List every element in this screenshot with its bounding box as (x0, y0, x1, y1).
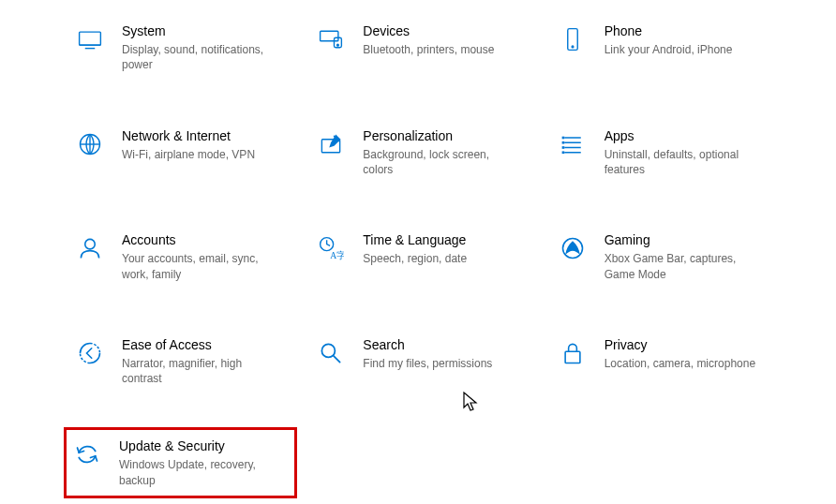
svg-text:A字: A字 (330, 250, 344, 260)
system-icon (75, 24, 105, 54)
category-title: Gaming (605, 231, 780, 248)
category-title: Apps (605, 127, 780, 144)
apps-icon (558, 129, 588, 159)
svg-point-5 (572, 46, 574, 48)
gaming-icon (558, 233, 588, 263)
svg-point-3 (337, 44, 339, 46)
category-title: Personalization (363, 127, 538, 144)
settings-grid: System Display, sound, notifications, po… (75, 19, 780, 498)
category-desc: Display, sound, notifications, power (122, 42, 281, 72)
category-desc: Windows Update, recovery, backup (119, 457, 278, 487)
category-system[interactable]: System Display, sound, notifications, po… (75, 19, 297, 77)
category-desc: Narrator, magnifier, high contrast (122, 356, 281, 386)
category-title: Time & Language (363, 231, 538, 248)
category-desc: Bluetooth, printers, mouse (363, 42, 522, 57)
svg-rect-1 (321, 31, 338, 41)
category-title: Accounts (122, 231, 297, 248)
category-title: Network & Internet (122, 127, 297, 144)
category-gaming[interactable]: Gaming Xbox Game Bar, captures, Game Mod… (558, 228, 780, 286)
category-desc: Location, camera, microphone (605, 356, 764, 371)
personalization-icon (316, 129, 346, 159)
category-time-language[interactable]: A字 Time & Language Speech, region, date (316, 228, 538, 286)
category-desc: Xbox Game Bar, captures, Game Mode (605, 251, 764, 281)
category-desc: Find my files, permissions (363, 356, 522, 371)
svg-rect-9 (561, 141, 564, 144)
category-phone[interactable]: Phone Link your Android, iPhone (558, 19, 780, 77)
category-apps[interactable]: Apps Uninstall, defaults, optional featu… (558, 124, 780, 182)
svg-rect-17 (565, 351, 580, 363)
category-ease-of-access[interactable]: Ease of Access Narrator, magnifier, high… (75, 333, 297, 391)
ease-of-access-icon (75, 338, 105, 368)
category-devices[interactable]: Devices Bluetooth, printers, mouse (316, 19, 538, 77)
svg-rect-0 (80, 32, 101, 45)
time-language-icon: A字 (316, 233, 346, 263)
category-desc: Link your Android, iPhone (605, 42, 764, 57)
category-title: Phone (605, 22, 780, 39)
globe-icon (75, 129, 105, 159)
category-search[interactable]: Search Find my files, permissions (316, 333, 538, 391)
category-personalization[interactable]: Personalization Background, lock screen,… (316, 124, 538, 182)
svg-rect-10 (561, 146, 564, 149)
svg-rect-8 (561, 136, 564, 139)
category-title: System (122, 22, 297, 39)
devices-icon (316, 24, 346, 54)
category-title: Update & Security (119, 437, 289, 454)
category-accounts[interactable]: Accounts Your accounts, email, sync, wor… (75, 228, 297, 286)
update-icon (72, 439, 102, 469)
search-icon (316, 338, 346, 368)
category-title: Ease of Access (122, 336, 297, 353)
category-desc: Your accounts, email, sync, work, family (122, 251, 281, 281)
category-desc: Background, lock screen, colors (363, 147, 522, 177)
svg-point-12 (85, 240, 96, 250)
category-desc: Speech, region, date (363, 251, 522, 266)
svg-rect-11 (561, 151, 564, 154)
category-desc: Uninstall, defaults, optional features (605, 147, 764, 177)
category-update-security[interactable]: Update & Security Windows Update, recove… (64, 427, 297, 498)
category-desc: Wi-Fi, airplane mode, VPN (122, 147, 281, 162)
category-network[interactable]: Network & Internet Wi-Fi, airplane mode,… (75, 124, 297, 182)
category-title: Devices (363, 22, 538, 39)
accounts-icon (75, 233, 105, 263)
category-privacy[interactable]: Privacy Location, camera, microphone (558, 333, 780, 391)
category-title: Privacy (605, 336, 780, 353)
phone-icon (558, 24, 588, 54)
lock-icon (558, 338, 588, 368)
category-title: Search (363, 336, 538, 353)
